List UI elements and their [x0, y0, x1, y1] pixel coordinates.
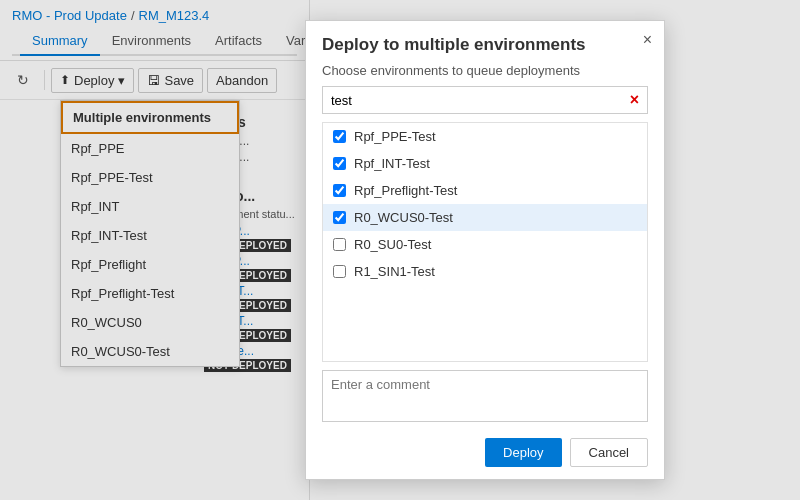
- modal-subtitle: Choose environments to queue deployments: [306, 63, 664, 86]
- modal-search-box: ×: [322, 86, 648, 114]
- env-row-label-2: Rpf_Preflight-Test: [354, 183, 457, 198]
- env-row-3[interactable]: R0_WCUS0-Test: [323, 204, 647, 231]
- modal-footer: Deploy Cancel: [306, 430, 664, 479]
- env-checkbox-0[interactable]: [333, 130, 346, 143]
- env-row-label-4: R0_SU0-Test: [354, 237, 431, 252]
- env-row-4[interactable]: R0_SU0-Test: [323, 231, 647, 258]
- modal-title: Deploy to multiple environments: [322, 35, 648, 55]
- env-row-label-0: Rpf_PPE-Test: [354, 129, 436, 144]
- env-checkbox-list: Rpf_PPE-Test Rpf_INT-Test Rpf_Preflight-…: [322, 122, 648, 362]
- env-row-0[interactable]: Rpf_PPE-Test: [323, 123, 647, 150]
- env-row-2[interactable]: Rpf_Preflight-Test: [323, 177, 647, 204]
- comment-textarea[interactable]: [322, 370, 648, 422]
- env-row-1[interactable]: Rpf_INT-Test: [323, 150, 647, 177]
- modal-dialog: Deploy to multiple environments × Choose…: [305, 20, 665, 480]
- env-row-label-1: Rpf_INT-Test: [354, 156, 430, 171]
- env-checkbox-5[interactable]: [333, 265, 346, 278]
- env-checkbox-3[interactable]: [333, 211, 346, 224]
- env-checkbox-1[interactable]: [333, 157, 346, 170]
- modal-close-button[interactable]: ×: [643, 31, 652, 49]
- modal-search-input[interactable]: [331, 93, 630, 108]
- modal-deploy-button[interactable]: Deploy: [485, 438, 561, 467]
- env-row-label-5: R1_SIN1-Test: [354, 264, 435, 279]
- search-clear-icon[interactable]: ×: [630, 91, 639, 109]
- env-row-5[interactable]: R1_SIN1-Test: [323, 258, 647, 285]
- env-checkbox-2[interactable]: [333, 184, 346, 197]
- modal-cancel-button[interactable]: Cancel: [570, 438, 648, 467]
- env-row-label-3: R0_WCUS0-Test: [354, 210, 453, 225]
- env-checkbox-4[interactable]: [333, 238, 346, 251]
- modal-header: Deploy to multiple environments ×: [306, 21, 664, 63]
